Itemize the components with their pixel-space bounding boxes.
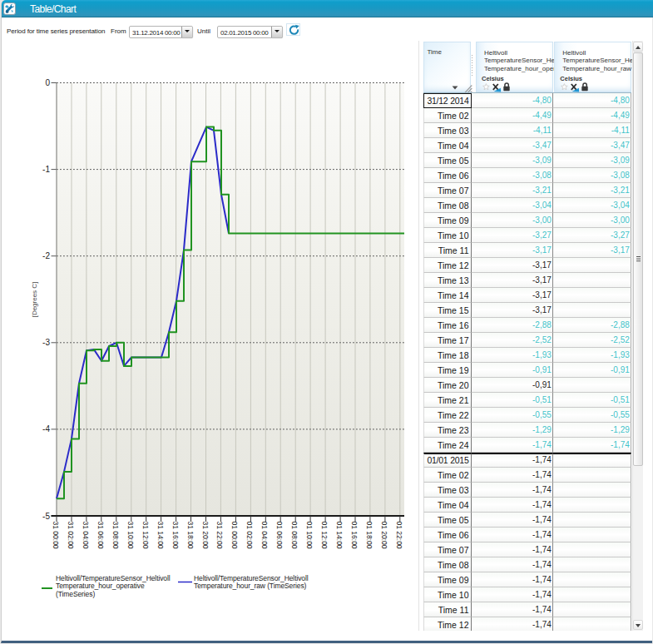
svg-text:31 04:00: 31 04:00: [82, 522, 90, 549]
svg-text:31 22:00: 31 22:00: [215, 522, 224, 549]
svg-text:31 08:00: 31 08:00: [111, 522, 120, 549]
svg-text:01 20:00: 01 20:00: [380, 522, 388, 549]
svg-text:31 06:00: 31 06:00: [96, 522, 105, 549]
svg-text:Heltivoll/TemperatureSensor_He: Heltivoll/TemperatureSensor_Heltivoll: [194, 574, 309, 582]
svg-text:31 18:00: 31 18:00: [186, 522, 195, 549]
svg-text:31 00:00: 31 00:00: [52, 522, 60, 549]
svg-text:01 14:00: 01 14:00: [335, 522, 344, 549]
svg-text:Temperature_hour_raw (TimeSeri: Temperature_hour_raw (TimeSeries): [194, 582, 307, 590]
svg-text:01 00:00: 01 00:00: [230, 522, 239, 549]
svg-text:-3: -3: [42, 338, 50, 347]
svg-text:-1: -1: [42, 165, 50, 174]
svg-text:31 12:00: 31 12:00: [141, 522, 150, 549]
svg-text:Heltivoll/TemperatureSensor_He: Heltivoll/TemperatureSensor_Heltivoll: [56, 574, 171, 582]
svg-text:01 22:00: 01 22:00: [395, 522, 403, 549]
svg-text:01 08:00: 01 08:00: [290, 522, 299, 549]
svg-text:01 10:00: 01 10:00: [305, 522, 314, 549]
svg-text:31 14:00: 31 14:00: [156, 522, 165, 549]
svg-text:[Degrees C]: [Degrees C]: [31, 282, 38, 318]
svg-text:01 04:00: 01 04:00: [260, 522, 269, 549]
svg-text:01 02:00: 01 02:00: [245, 522, 254, 549]
svg-text:0: 0: [45, 78, 50, 87]
svg-text:01 12:00: 01 12:00: [320, 522, 329, 549]
svg-text:-2: -2: [42, 251, 50, 260]
svg-text:31 10:00: 31 10:00: [126, 522, 135, 549]
svg-text:31 20:00: 31 20:00: [201, 522, 210, 549]
svg-text:(TimeSeries): (TimeSeries): [56, 590, 95, 598]
svg-text:Temperature_hour_operative: Temperature_hour_operative: [56, 582, 145, 590]
svg-text:01 06:00: 01 06:00: [275, 522, 284, 549]
svg-text:31 02:00: 31 02:00: [67, 522, 75, 549]
svg-text:01 16:00: 01 16:00: [350, 522, 359, 549]
svg-text:-5: -5: [42, 512, 50, 521]
svg-text:-4: -4: [42, 424, 50, 433]
svg-text:01 18:00: 01 18:00: [365, 522, 373, 549]
svg-text:31 16:00: 31 16:00: [171, 522, 180, 549]
